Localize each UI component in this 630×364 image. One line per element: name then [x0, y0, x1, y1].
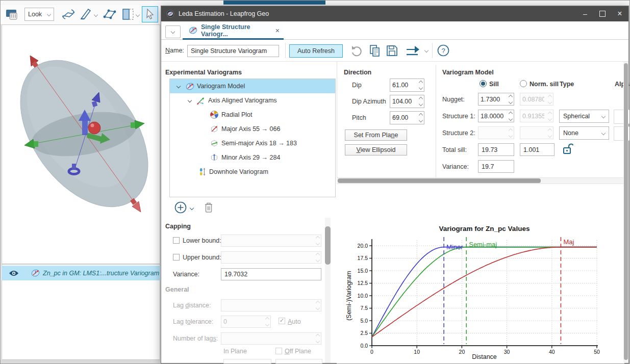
tree-item-label: Major Axis 55 → 066 — [221, 125, 280, 133]
tree-item[interactable]: Variogram Model — [170, 79, 335, 93]
rotate-tool-button[interactable] — [60, 7, 77, 22]
off-plane-label: Off Plane — [285, 348, 311, 355]
radial-plot-icon — [209, 110, 220, 119]
variogram-model-icon — [189, 26, 197, 35]
help-button[interactable]: ? — [437, 44, 450, 57]
structure1-label: Structure 1: — [442, 113, 475, 120]
name-input[interactable] — [187, 45, 279, 57]
capping-variance-input[interactable] — [221, 268, 321, 280]
svg-text:Variogram for Zn_pc Values: Variogram for Zn_pc Values — [439, 225, 530, 232]
left-panel-scrollbar-thumb[interactable] — [325, 226, 331, 265]
clear-scene-button[interactable] — [5, 7, 20, 22]
upper-bound-checkbox[interactable] — [173, 254, 180, 261]
variogram-ellipsoid-3d — [2, 25, 160, 264]
variogram-chart: Variogram for Zn_pc Values(Semi-)Variogr… — [337, 184, 624, 363]
structure2-label: Structure 2: — [442, 129, 475, 137]
major-axis-icon — [209, 124, 220, 134]
select-tool-button[interactable] — [142, 6, 158, 22]
slice-view-button[interactable] — [121, 7, 135, 21]
auto-refresh-button[interactable]: Auto Refresh — [289, 44, 343, 58]
chevron-down-icon[interactable] — [184, 99, 195, 102]
dialog-vertical-scrollbar-thumb[interactable] — [624, 63, 628, 360]
slicer-icon — [78, 7, 93, 22]
norm-sill-radio[interactable] — [520, 80, 527, 87]
undo-icon — [349, 44, 364, 58]
lag-tolerance-label: Lag tolerance: — [173, 318, 213, 325]
lower-bound-checkbox[interactable] — [173, 237, 180, 244]
slicer-options-chevron[interactable] — [94, 13, 98, 17]
number-of-lags-spinner — [221, 332, 321, 345]
pitch-spinner[interactable] — [390, 111, 424, 124]
scene-list-item[interactable]: Zn_pc in GM: LMS1:...tructure Variogram — [2, 266, 160, 280]
undo-button[interactable] — [349, 44, 364, 58]
tree-item[interactable]: Semi-major Axis 18 → 183 — [170, 136, 335, 150]
tree-item-label: Variogram Model — [197, 83, 245, 90]
slicer-tool-button[interactable] — [78, 7, 93, 22]
chevron-down-icon — [601, 131, 606, 135]
type-column-header: Type — [560, 81, 574, 88]
moving-plane-button[interactable] — [102, 7, 118, 22]
structure1-type-dropdown[interactable]: Spherical — [559, 110, 609, 123]
dialog-header-row: Name: Auto Refresh — [161, 40, 628, 62]
scene-viewport[interactable] — [2, 24, 160, 264]
copy-button[interactable] — [368, 43, 382, 58]
lower-bound-spinner[interactable] — [221, 235, 321, 247]
svg-text:2.5: 2.5 — [360, 330, 368, 336]
dip-azimuth-spinner[interactable] — [390, 95, 424, 108]
view-ellipsoid-button[interactable]: View Ellipsoid — [345, 144, 407, 155]
plus-icon — [174, 201, 187, 214]
svg-text:Minor: Minor — [446, 243, 463, 251]
structure1-sill-spinner[interactable] — [478, 110, 514, 122]
slice-options-chevron[interactable] — [136, 13, 140, 17]
add-variogram-button[interactable] — [174, 201, 187, 214]
close-button[interactable]: × — [611, 6, 628, 21]
structure2-type-dropdown[interactable]: None — [559, 126, 609, 140]
svg-text:20.0: 20.0 — [358, 243, 368, 249]
minimize-button[interactable]: – — [576, 6, 594, 21]
tree-item[interactable]: Radial Plot — [170, 108, 335, 122]
structure2-sill-spinner[interactable] — [478, 126, 514, 139]
lower-bound-label: Lower bound: — [183, 237, 221, 244]
svg-text:40: 40 — [549, 349, 555, 355]
tab-close-icon[interactable]: × — [275, 27, 280, 35]
tab-single-structure-variogram[interactable]: Single Structure Variogr... × — [183, 22, 284, 40]
screen: Look — [0, 0, 630, 364]
add-variogram-chevron[interactable] — [190, 206, 194, 210]
unlock-icon — [562, 142, 573, 155]
export-button[interactable] — [404, 43, 421, 58]
sill-radio[interactable] — [480, 80, 487, 87]
tree-item-label: Semi-major Axis 18 → 183 — [221, 140, 297, 147]
svg-text:Distance: Distance — [472, 353, 497, 360]
maximize-icon — [599, 11, 606, 17]
scene-toolbar: Look — [1, 5, 161, 25]
upper-bound-spinner[interactable] — [221, 251, 321, 264]
lock-sill-button[interactable] — [562, 142, 573, 155]
maximize-button[interactable] — [594, 6, 611, 21]
tab-list-dropdown-button[interactable] — [165, 25, 181, 38]
axis-aligned-icon — [195, 96, 207, 105]
look-dropdown[interactable]: Look — [24, 8, 54, 21]
tree-item[interactable]: Major Axis 55 → 066 — [170, 122, 335, 136]
chevron-down-icon[interactable] — [173, 85, 184, 88]
clear-scene-icon — [5, 7, 20, 22]
experimental-variograms-title: Experimental Variograms — [165, 69, 242, 76]
total-norm-sill-value — [520, 143, 555, 156]
dip-spinner[interactable] — [390, 79, 424, 92]
tree-item[interactable]: Downhole Variogram — [170, 165, 335, 179]
model-horizontal-scrollbar-thumb[interactable] — [338, 178, 541, 183]
svg-text:10.0: 10.0 — [358, 293, 368, 299]
help-icon: ? — [437, 44, 450, 57]
dialog-titlebar[interactable]: Leda Estimation - Leapfrog Geo – × — [161, 6, 628, 21]
export-options-chevron[interactable] — [424, 48, 429, 53]
chevron-down-icon — [601, 114, 606, 118]
major-axis-handle-top — [30, 56, 38, 68]
visibility-eye-icon[interactable] — [9, 270, 19, 277]
tree-item[interactable]: Minor Axis 29 → 284 — [170, 150, 335, 165]
tree-item[interactable]: Axis Aligned Variograms — [170, 93, 335, 108]
major-axis-handle-bottom — [130, 198, 141, 212]
nugget-sill-spinner[interactable] — [478, 93, 514, 106]
delete-variogram-button[interactable] — [203, 201, 214, 214]
set-from-plane-button[interactable]: Set From Plane — [345, 129, 407, 141]
save-button[interactable] — [385, 43, 399, 58]
semi-major-axis-icon — [209, 139, 220, 148]
